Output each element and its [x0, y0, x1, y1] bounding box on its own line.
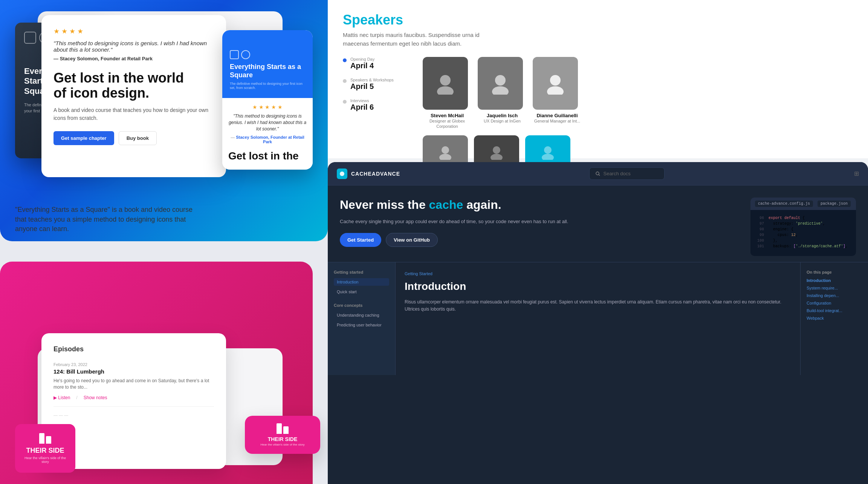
cache-logo-text: CACHEADVANCE	[351, 171, 400, 177]
on-page-item-6[interactable]: Webpack	[807, 316, 862, 320]
divider: /	[76, 395, 77, 400]
float-podcast-tagline: Hear the villain's side of the story	[252, 443, 313, 446]
docs-item-predict[interactable]: Predicting user behavior	[334, 321, 389, 329]
cache-search-bar[interactable]: Search docs	[589, 167, 665, 180]
buy-book-button[interactable]: Buy book	[119, 131, 157, 145]
cache-hero-desc: Cache every single thing your app could …	[340, 218, 738, 225]
schedule-info-2: Speakers & Workshops April 5	[350, 78, 394, 91]
float-card-bottom: ★ ★ ★ ★ ★ "This method to designing icon…	[222, 98, 313, 168]
code-window-header: cache-advance.config.js package.json	[750, 198, 856, 210]
code-text: cpus: 12,	[769, 233, 798, 237]
speaker-role-2: UX Design at InGen	[478, 118, 527, 124]
code-line-2: 97 strategy: 'predictive',	[756, 222, 850, 226]
podcast-float-card: THEIR SIDE Hear the villain's side of th…	[245, 416, 320, 454]
float-square-icon	[230, 50, 239, 59]
speakers-content: Opening Day April 4 Speakers & Workshops…	[343, 57, 853, 169]
github-button[interactable]: View on GitHub	[386, 233, 438, 247]
on-page-item-4[interactable]: Configuration	[807, 301, 862, 305]
speaker-name-3: Dianne Guilianelli	[533, 113, 582, 118]
code-tab-2: package.json	[818, 201, 851, 207]
episode-date: February 23, 2022	[53, 362, 214, 367]
code-text: },	[769, 239, 778, 243]
line-num: 96	[756, 216, 764, 220]
search-placeholder-text: Search docs	[603, 171, 630, 176]
float-book-title: Everything Starts as a Square	[230, 63, 305, 79]
icon-design-section: Everything Starts as a Square The defini…	[0, 0, 328, 241]
code-text: export default {	[769, 216, 805, 220]
schedule-date-3: April 6	[350, 103, 374, 112]
speaker-avatar-1	[423, 57, 468, 110]
logo-bar-right	[46, 436, 51, 444]
cache-docs: Getting started Introduction Quick start…	[328, 262, 868, 375]
float-podcast-top: THEIR SIDE Hear the villain's side of th…	[245, 416, 320, 454]
pfr-bar-left	[277, 423, 282, 434]
code-line-4: 99 cpus: 12,	[756, 233, 850, 237]
get-lost-text: Get lost in the	[228, 150, 307, 162]
docs-item-quickstart[interactable]: Quick start	[334, 288, 389, 296]
line-num: 101	[756, 244, 764, 248]
schedule-date-2: April 5	[350, 82, 394, 91]
on-page-item-2[interactable]: System require...	[807, 286, 862, 290]
code-line-3: 98 engine: {	[756, 227, 850, 231]
svg-line-14	[599, 175, 600, 176]
svg-point-4	[550, 75, 561, 86]
schedule-dot-1	[343, 58, 347, 62]
schedule-item-3: Interviews April 6	[343, 98, 411, 112]
author-name: Stacey Solomon	[60, 56, 98, 61]
line-num: 100	[756, 239, 764, 243]
cache-nav-icons: ⊞	[854, 170, 859, 177]
docs-section-getting-started: Getting started Introduction Quick start	[334, 270, 389, 296]
schedule-item-1: Opening Day April 4	[343, 57, 411, 70]
show-notes-link[interactable]: Show notes	[84, 395, 107, 400]
author-suffix: , Founder at Retail Park	[98, 56, 153, 61]
cache-hero-buttons: Get Started View on GitHub	[340, 233, 738, 247]
left-panel: Everything Starts as a Square The defini…	[0, 0, 328, 484]
svg-point-6	[442, 146, 449, 154]
get-sample-button[interactable]: Get sample chapter	[53, 131, 114, 145]
docs-breadcrumb: Getting Started	[405, 271, 791, 276]
schedule-dot-3	[343, 100, 347, 104]
schedule-info-1: Opening Day April 4	[350, 57, 374, 70]
docs-page-title: Introduction	[405, 280, 791, 293]
cache-hero-right: cache-advance.config.js package.json 96 …	[750, 198, 856, 256]
float-author-name: Stacey Solomon	[236, 135, 268, 139]
hero-title-1: Never miss the	[340, 198, 429, 211]
svg-point-2	[495, 75, 506, 86]
code-line-1: 96 export default {	[756, 216, 850, 220]
listen-link[interactable]: ▶ Listen	[53, 395, 70, 400]
on-page-item-5[interactable]: Build-tool integrat...	[807, 308, 862, 313]
code-window: cache-advance.config.js package.json 96 …	[750, 198, 856, 256]
book-cta-buttons: Get sample chapter Buy book	[53, 131, 214, 145]
float-card-top: Everything Starts as a Square The defini…	[222, 30, 313, 98]
cache-hero-title: Never miss the cache again.	[340, 198, 738, 212]
svg-point-7	[439, 154, 451, 160]
on-page-item-3[interactable]: Installing depen...	[807, 293, 862, 298]
episode-actions: ▶ Listen / Show notes	[53, 395, 214, 400]
speaker-name-1: Steven McHail	[423, 113, 472, 118]
svg-point-10	[544, 146, 552, 154]
get-started-button[interactable]: Get Started	[340, 233, 381, 247]
docs-on-this-page: On this page Introduction System require…	[800, 262, 868, 375]
docs-item-introduction[interactable]: Introduction	[334, 278, 389, 286]
float-podcast-name: THEIR SIDE	[252, 436, 313, 442]
docs-item-caching[interactable]: Understanding caching	[334, 311, 389, 319]
svg-point-5	[547, 86, 564, 95]
line-num: 98	[756, 227, 764, 231]
code-text: strategy: 'predictive',	[769, 222, 825, 226]
book-card-detail: ★ ★ ★ ★ "This method to designing icons …	[41, 15, 226, 177]
code-line-5: 100 },	[756, 239, 850, 243]
svg-point-3	[492, 86, 509, 95]
square-icon	[24, 32, 36, 44]
search-icon	[596, 172, 600, 176]
line-num: 97	[756, 222, 764, 226]
review-stars: ★ ★ ★ ★	[53, 27, 214, 35]
book-description-text: A book and video course that teaches you…	[53, 106, 214, 122]
float-book-card: Everything Starts as a Square The defini…	[222, 30, 313, 170]
float-testimonial-author: — Stacey Solomon, Founder at Retail Park	[228, 135, 307, 144]
speaker-card-3: Dianne Guilianelli General Manager at In…	[533, 57, 582, 129]
episode2-date: — — —	[53, 413, 214, 417]
cache-section: CACHEADVANCE Search docs ⊞ Never miss th…	[328, 162, 868, 484]
on-page-item-1[interactable]: Introduction	[807, 278, 862, 283]
line-num: 99	[756, 233, 764, 237]
grid-icon[interactable]: ⊞	[854, 170, 859, 177]
